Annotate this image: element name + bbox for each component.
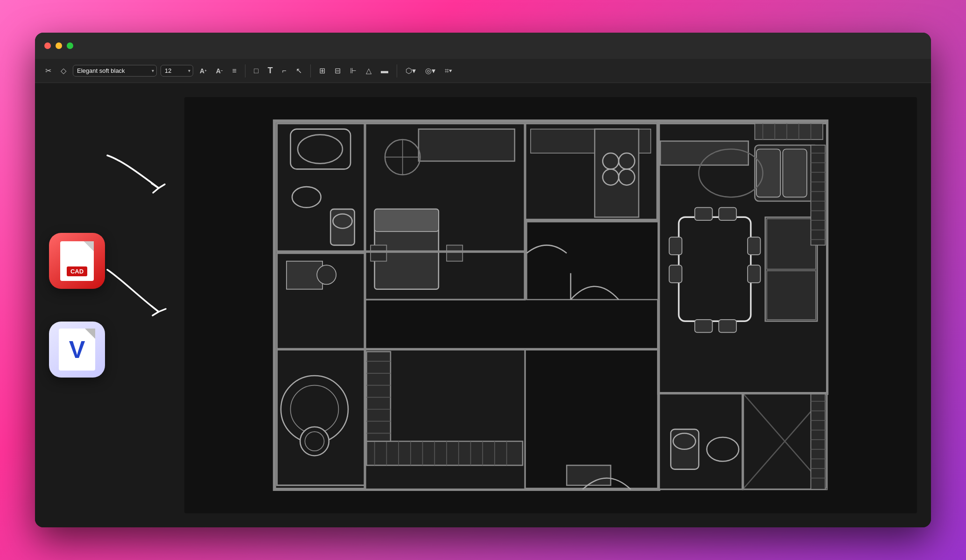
visio-app-icon[interactable]: V <box>49 322 105 378</box>
svg-rect-47 <box>767 271 816 320</box>
arrow-1-icon <box>103 151 177 197</box>
svg-rect-44 <box>748 265 760 283</box>
diamond-button[interactable]: ◇ <box>58 64 69 77</box>
main-content: CAD V <box>35 83 931 527</box>
font-size-select-wrapper: 8910111214161824364872 <box>161 65 193 77</box>
svg-rect-82 <box>567 465 610 485</box>
arrow-2-icon <box>103 265 177 321</box>
floor-plan-svg <box>184 97 917 513</box>
font-size-select[interactable]: 8910111214161824364872 <box>161 65 193 77</box>
svg-rect-51 <box>783 149 806 197</box>
crop-button[interactable]: ⌗▾ <box>442 65 455 77</box>
svg-rect-37 <box>695 208 713 220</box>
table-button[interactable]: ⊟ <box>332 64 343 77</box>
cursor-button[interactable]: ↖ <box>293 64 305 77</box>
visio-v-letter: V <box>69 337 85 362</box>
svg-point-15 <box>300 427 329 456</box>
separator-3 <box>397 64 397 77</box>
svg-rect-42 <box>669 265 682 283</box>
left-panel: CAD V <box>35 83 166 527</box>
app-window: ✂ ◇ Elegant soft black 89101112141618243… <box>35 33 931 527</box>
visio-icon-row: V <box>49 322 105 378</box>
svg-rect-61 <box>366 441 523 465</box>
align-button[interactable]: ≡ <box>230 65 239 77</box>
title-bar <box>35 33 931 59</box>
font-decrease-button[interactable]: A− <box>213 65 226 77</box>
svg-rect-83 <box>755 124 823 140</box>
cad-icon-row: CAD <box>49 233 105 289</box>
svg-rect-43 <box>748 237 760 255</box>
svg-rect-28 <box>595 129 638 217</box>
font-increase-button[interactable]: A+ <box>197 65 210 77</box>
triangle-button[interactable]: △ <box>363 64 374 77</box>
svg-rect-49 <box>660 141 749 165</box>
floor-plan <box>184 97 917 513</box>
font-name-select-wrapper: Elegant soft black <box>73 65 157 77</box>
svg-rect-74 <box>366 351 390 441</box>
toolbar: ✂ ◇ Elegant soft black 89101112141618243… <box>35 59 931 83</box>
align2-button[interactable]: ⊩ <box>347 64 359 77</box>
svg-rect-22 <box>419 129 515 161</box>
cad-app-icon[interactable]: CAD <box>49 233 105 289</box>
svg-rect-20 <box>371 245 386 261</box>
circle-button[interactable]: ◎▾ <box>422 64 438 77</box>
panel-button[interactable]: ▬ <box>378 65 391 77</box>
canvas-area[interactable] <box>184 97 917 513</box>
layers-button[interactable]: ⊞ <box>316 64 328 77</box>
svg-rect-33 <box>527 221 659 300</box>
maximize-button[interactable] <box>67 42 73 49</box>
svg-rect-39 <box>695 320 713 332</box>
svg-rect-50 <box>756 149 780 197</box>
svg-rect-19 <box>375 209 439 231</box>
svg-rect-41 <box>669 237 682 255</box>
svg-rect-38 <box>719 208 736 220</box>
separator-2 <box>310 64 311 77</box>
svg-rect-46 <box>767 219 816 269</box>
cad-label: CAD <box>67 266 87 276</box>
separator-1 <box>245 64 245 77</box>
minimize-button[interactable] <box>56 42 62 49</box>
svg-rect-100 <box>811 393 826 490</box>
text-button[interactable]: T <box>265 64 276 77</box>
fill-button[interactable]: ⬡▾ <box>403 64 419 77</box>
angle-button[interactable]: ⌐ <box>280 65 289 77</box>
svg-rect-40 <box>719 320 736 332</box>
svg-rect-21 <box>447 245 462 261</box>
rect-button[interactable]: □ <box>251 65 261 77</box>
close-button[interactable] <box>44 42 51 49</box>
scissors-button[interactable]: ✂ <box>42 64 54 77</box>
font-name-select[interactable]: Elegant soft black <box>73 65 157 77</box>
svg-point-11 <box>317 265 336 284</box>
